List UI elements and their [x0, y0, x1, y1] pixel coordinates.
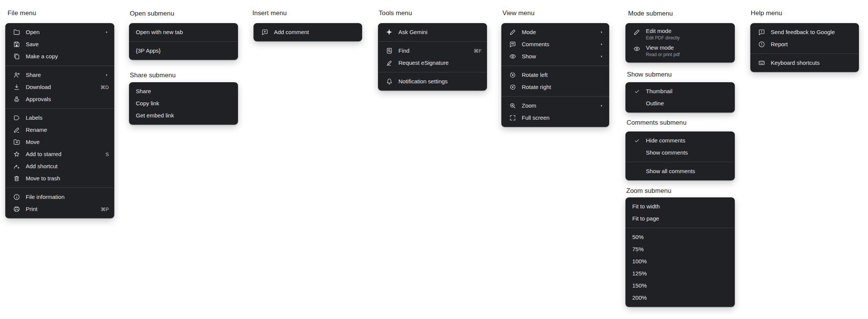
menu-item-label: Add to starred: [26, 150, 61, 158]
menu-item-label: Show comments: [646, 149, 688, 156]
menu-item-share[interactable]: Share: [129, 85, 238, 97]
eye-icon: [632, 45, 641, 53]
menu-item-rename[interactable]: Rename: [5, 124, 114, 136]
menu-item-comments[interactable]: Comments: [501, 38, 609, 50]
menus-reference-page: { "colors": { "page_background": "#fffff…: [0, 0, 868, 319]
menu-item-sublabel: Read or print pdf: [646, 52, 680, 58]
menu-item-label: Fit to page: [632, 215, 659, 222]
menu-divider: [625, 228, 735, 228]
comment-icon: [508, 41, 517, 48]
zoom-submenu: Fit to widthFit to page50%75%100%125%150…: [625, 197, 735, 307]
menu-item-get-embed-link[interactable]: Get embed link: [129, 109, 238, 122]
menu-divider: [501, 96, 609, 97]
menu-item-rotate-left[interactable]: Rotate left: [501, 69, 609, 81]
view-menu-heading: View menu: [502, 9, 535, 17]
menu-item-thumbnail[interactable]: Thumbnail: [625, 85, 735, 97]
find-document-icon: [385, 47, 394, 55]
menu-item-label: Get embed link: [136, 112, 174, 119]
menu-item-open-with-new-tab[interactable]: Open with new tab: [129, 26, 238, 38]
menu-item-label: Approvals: [26, 95, 51, 103]
menu-item-3p-apps[interactable]: {3P Apps}: [129, 45, 238, 57]
star-icon: [12, 150, 21, 158]
menu-item-label: View mode: [646, 44, 680, 52]
menu-item-make-a-copy[interactable]: Make a copy: [5, 50, 114, 63]
menu-item-labels[interactable]: Labels: [5, 112, 114, 124]
view-menu: ModeCommentsShowRotate leftRotate rightZ…: [501, 23, 609, 127]
menu-item-report[interactable]: Report: [750, 38, 859, 50]
menu-item-label: Comments: [522, 41, 549, 48]
check-icon: [632, 138, 641, 144]
menu-item-label: Rename: [26, 126, 47, 134]
menu-item-add-to-starred[interactable]: Add to starredS: [5, 148, 114, 160]
report-icon: [757, 41, 766, 48]
menu-item-move-to-trash[interactable]: Move to trash: [5, 172, 114, 185]
menu-item-move[interactable]: Move: [5, 136, 114, 148]
menu-item-75[interactable]: 75%: [625, 243, 735, 255]
shortcut-label: ⌘F: [473, 48, 482, 54]
menu-item-label: Keyboard shortcuts: [771, 59, 820, 67]
menu-item-view-mode[interactable]: View modeRead or print pdf: [625, 43, 735, 59]
menu-item-label: Open with new tab: [136, 28, 183, 36]
menu-item-50[interactable]: 50%: [625, 231, 735, 243]
menu-item-show-comments[interactable]: Show comments: [625, 147, 735, 159]
menu-item-label: Add shortcut: [26, 163, 58, 170]
menu-item-zoom[interactable]: Zoom: [501, 100, 609, 112]
menu-item-200[interactable]: 200%: [625, 292, 735, 304]
menu-item-download[interactable]: Download⌘D: [5, 81, 114, 93]
menu-item-add-shortcut[interactable]: Add shortcut: [5, 160, 114, 172]
rename-pencil-icon: [12, 126, 21, 134]
menu-item-label: Send feedback to Google: [771, 28, 835, 36]
spark-icon: [385, 28, 394, 36]
mode-submenu-heading: Mode submenu: [628, 10, 673, 17]
menu-item-copy-link[interactable]: Copy link: [129, 97, 238, 109]
submenu-arrow-icon: [104, 73, 109, 77]
zoom-submenu-heading: Zoom submenu: [626, 187, 671, 195]
menu-item-outline[interactable]: Outline: [625, 97, 735, 109]
menu-item-print[interactable]: Print⌘P: [5, 203, 114, 215]
menu-item-label: Report: [771, 41, 788, 48]
menu-divider: [5, 188, 114, 188]
menu-item-add-comment[interactable]: Add comment: [254, 26, 362, 38]
tools-menu-heading: Tools menu: [379, 9, 412, 17]
menu-item-show-all-comments[interactable]: Show all comments: [625, 165, 735, 177]
menu-item-150[interactable]: 150%: [625, 280, 735, 292]
menu-item-label: Share: [136, 88, 151, 95]
menu-item-notification-settings[interactable]: Notification settings: [378, 75, 487, 88]
menu-item-full-screen[interactable]: Full screen: [501, 112, 609, 124]
shortcut-label: ⌘P: [101, 206, 109, 212]
menu-item-show[interactable]: Show: [501, 50, 609, 63]
menu-item-125[interactable]: 125%: [625, 267, 735, 280]
menu-item-edit-mode[interactable]: Edit modeEdit PDF directly: [625, 26, 735, 43]
rotate-right-icon: [508, 83, 517, 91]
menu-item-approvals[interactable]: Approvals: [5, 93, 114, 105]
shortcut-label: S: [106, 152, 109, 157]
menu-item-share[interactable]: Share: [5, 69, 114, 81]
menu-item-save[interactable]: Save: [5, 38, 114, 50]
menu-item-label: 150%: [632, 282, 647, 289]
submenu-arrow-icon: [599, 103, 604, 108]
submenu-arrow-icon: [104, 30, 109, 34]
bell-icon: [385, 78, 394, 85]
menu-item-hide-comments[interactable]: Hide comments: [625, 134, 735, 147]
menu-item-mode[interactable]: Mode: [501, 26, 609, 38]
menu-divider: [378, 41, 487, 42]
menu-item-fit-to-page[interactable]: Fit to page: [625, 213, 735, 225]
menu-item-file-information[interactable]: File information: [5, 191, 114, 203]
menu-item-label: Full screen: [522, 114, 549, 122]
menu-item-send-feedback-to-google[interactable]: Send feedback to Google: [750, 26, 859, 38]
menu-item-100[interactable]: 100%: [625, 255, 735, 267]
menu-item-rotate-right[interactable]: Rotate right: [501, 81, 609, 93]
keyboard-icon: [757, 59, 766, 67]
menu-item-open[interactable]: Open: [5, 26, 114, 38]
open-submenu: Open with new tab{3P Apps}: [129, 23, 238, 60]
label-icon: [12, 114, 21, 122]
menu-item-label: Notification settings: [398, 78, 448, 85]
menu-item-find[interactable]: Find⌘F: [378, 45, 487, 57]
menu-item-fit-to-width[interactable]: Fit to width: [625, 200, 735, 213]
menu-item-ask-gemini[interactable]: Ask Gemini: [378, 26, 487, 38]
menu-item-request-esignature[interactable]: Request eSignature: [378, 57, 487, 69]
menu-item-label: Rotate right: [522, 83, 551, 91]
open-submenu-heading: Open submenu: [130, 10, 174, 17]
menu-item-label: 125%: [632, 270, 647, 277]
menu-item-keyboard-shortcuts[interactable]: Keyboard shortcuts: [750, 57, 859, 69]
